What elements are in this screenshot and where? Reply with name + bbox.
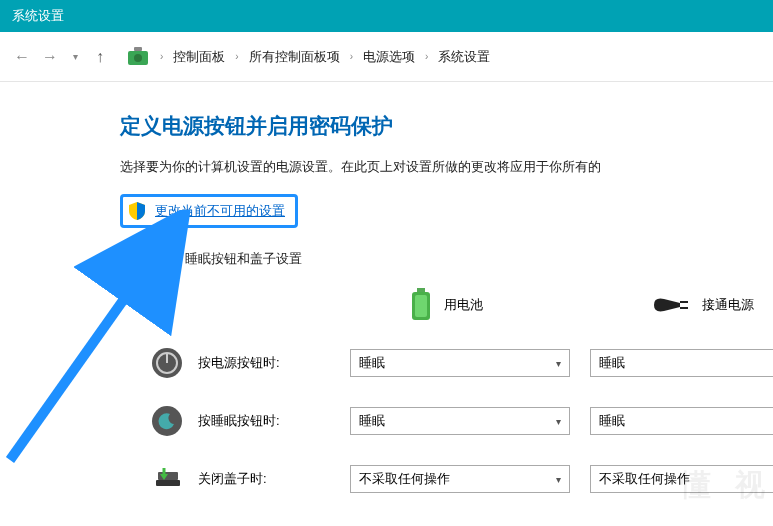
window-title: 系统设置 [12,7,64,25]
svg-rect-6 [680,301,688,303]
column-battery-label: 用电池 [444,296,483,314]
column-header-plugged: 接通电源 [590,293,773,317]
svg-rect-13 [158,472,178,480]
sleep-button-icon [150,404,184,438]
chevron-right-icon: › [350,51,353,62]
power-settings-grid: 用电池 接通电源 按电源按钮时: 睡眠 ▾ 睡 [120,288,773,496]
back-button[interactable]: ← [10,45,34,69]
crumb-control-panel[interactable]: 控制面板 [173,48,225,66]
title-bar: 系统设置 [0,0,773,32]
select-value: 睡眠 [359,412,385,430]
plug-icon [650,293,690,317]
shield-icon [127,201,147,221]
row-power-button: 按电源按钮时: [120,346,350,380]
page-title: 定义电源按钮并启用密码保护 [120,112,773,140]
svg-rect-5 [415,295,427,317]
column-plugged-label: 接通电源 [702,296,754,314]
select-value: 睡眠 [599,412,625,430]
svg-rect-7 [680,307,688,309]
select-value: 睡眠 [599,354,625,372]
svg-rect-3 [417,288,425,292]
content-area: 定义电源按钮并启用密码保护 选择要为你的计算机设置的电源设置。在此页上对设置所做… [0,82,773,496]
crumb-system-settings[interactable]: 系统设置 [438,48,490,66]
breadcrumb: › 控制面板 › 所有控制面板项 › 电源选项 › 系统设置 [160,48,490,66]
lid-close-battery-select[interactable]: 不采取任何操作 ▾ [350,465,570,493]
power-button-plugged-select[interactable]: 睡眠 ▾ [590,349,773,377]
page-description: 选择要为你的计算机设置的电源设置。在此页上对设置所做的更改将应用于你所有的 [120,158,773,176]
svg-rect-12 [156,480,180,486]
chevron-right-icon: › [160,51,163,62]
row-sleep-button: 按睡眠按钮时: [120,404,350,438]
chevron-down-icon: ▾ [556,358,561,369]
select-value: 不采取任何操作 [599,470,690,488]
lid-close-icon [150,462,184,496]
up-button[interactable]: ↑ [88,45,112,69]
watermark: 懂 视 [681,465,773,506]
change-unavailable-settings-link[interactable]: 更改当前不可用的设置 [120,194,298,228]
history-dropdown[interactable]: ▾ [66,45,84,69]
chevron-right-icon: › [235,51,238,62]
crumb-all-items[interactable]: 所有控制面板项 [249,48,340,66]
chevron-down-icon: ▾ [556,416,561,427]
lid-close-label: 关闭盖子时: [198,470,267,488]
select-value: 不采取任何操作 [359,470,450,488]
chevron-down-icon: ▾ [556,474,561,485]
power-button-battery-select[interactable]: 睡眠 ▾ [350,349,570,377]
svg-point-1 [134,54,142,62]
section-title: 电源按钮、睡眠按钮和盖子设置 [120,250,773,268]
row-lid-close: 关闭盖子时: [120,462,350,496]
chevron-right-icon: › [425,51,428,62]
power-button-icon [150,346,184,380]
svg-rect-2 [134,47,142,51]
battery-icon [410,288,432,322]
forward-button[interactable]: → [38,45,62,69]
column-header-battery: 用电池 [350,288,590,322]
nav-bar: ← → ▾ ↑ › 控制面板 › 所有控制面板项 › 电源选项 › 系统设置 [0,32,773,82]
crumb-power-options[interactable]: 电源选项 [363,48,415,66]
sleep-button-battery-select[interactable]: 睡眠 ▾ [350,407,570,435]
control-panel-icon [126,45,150,69]
change-unavailable-settings-label: 更改当前不可用的设置 [155,202,285,220]
sleep-button-label: 按睡眠按钮时: [198,412,280,430]
select-value: 睡眠 [359,354,385,372]
sleep-button-plugged-select[interactable]: 睡眠 ▾ [590,407,773,435]
power-button-label: 按电源按钮时: [198,354,280,372]
